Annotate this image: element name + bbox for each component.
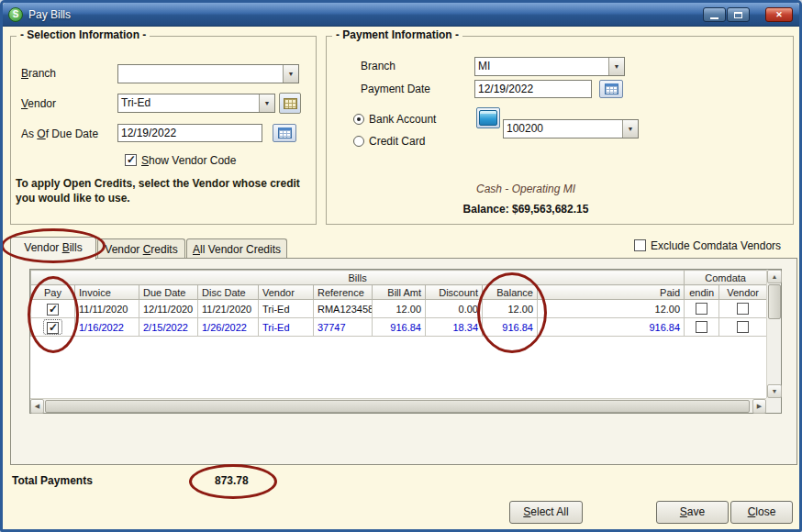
scroll-down-button[interactable]: ▼ [767, 384, 782, 398]
pay-checkbox[interactable] [47, 304, 59, 316]
scroll-right-button[interactable]: ▶ [752, 399, 766, 414]
payment-date-input[interactable] [474, 80, 592, 98]
col-header-invoice[interactable]: Invoice [75, 285, 139, 300]
col-header-due-date[interactable]: Due Date [139, 285, 198, 300]
bank-account-label: Bank Account [369, 113, 436, 126]
calendar-icon [605, 83, 618, 94]
table-row[interactable]: 11/11/2020 12/11/2020 11/21/2020 Tri-Ed … [31, 300, 767, 318]
bank-account-radio[interactable] [353, 114, 364, 125]
as-of-due-date-input[interactable] [117, 124, 262, 142]
paid-cell: 12.00 [655, 304, 681, 315]
col-header-comdata-vendor[interactable]: Vendor [719, 285, 767, 300]
payment-date-calendar-button[interactable] [599, 80, 623, 98]
column-header-row: Pay Invoice Due Date Disc Date Vendor Re… [31, 285, 767, 300]
minimize-icon [710, 17, 718, 19]
as-of-calendar-button[interactable] [273, 124, 296, 142]
tab-all-vendor-credits[interactable]: All Vendor Credits [186, 238, 287, 258]
show-vendor-code-label: Show Vendor Code [141, 154, 236, 167]
show-vendor-code-checkbox[interactable] [125, 154, 137, 166]
account-list-icon [479, 110, 497, 126]
window-title: Pay Bills [28, 8, 71, 21]
chevron-down-icon[interactable]: ▼ [608, 58, 624, 75]
col-header-vendor[interactable]: Vendor [259, 285, 314, 300]
title-bar[interactable]: S Pay Bills ✕ [3, 3, 799, 27]
horizontal-scrollbar[interactable]: ◀ ▶ [30, 398, 766, 413]
bills-table: Bills Comdata Pay Invoice Due Date Disc … [30, 270, 767, 337]
comdata-vendor-checkbox[interactable] [737, 321, 749, 333]
col-header-comdata-endin[interactable]: endin [685, 285, 719, 300]
account-lookup-button[interactable] [476, 107, 500, 128]
close-button-footer[interactable]: Close [730, 501, 793, 524]
col-header-reference[interactable]: Reference [314, 285, 373, 300]
branch-value [118, 65, 283, 83]
col-header-pay[interactable]: Pay [31, 285, 75, 300]
discount-cell: 0.00 [459, 304, 478, 315]
close-button[interactable]: ✕ [765, 7, 793, 22]
vertical-scrollbar[interactable]: ▲ ▼ [766, 270, 781, 398]
col-header-disc-date[interactable]: Disc Date [198, 285, 259, 300]
bills-grid: Bills Comdata Pay Invoice Due Date Disc … [29, 269, 782, 414]
group-header-row: Bills Comdata [31, 271, 767, 285]
payment-branch-label: Branch [361, 60, 395, 72]
reference-cell: RMA123458 [317, 304, 373, 315]
tab-vendor-bills[interactable]: Vendor Bills [10, 237, 96, 260]
payment-branch-value: MI [475, 58, 608, 75]
table-row[interactable]: 1/16/2022 2/15/2022 1/26/2022 Tri-Ed 377… [31, 318, 767, 337]
horizontal-scroll-thumb[interactable] [45, 400, 750, 413]
chevron-down-icon[interactable]: ▼ [622, 120, 638, 138]
chevron-down-icon[interactable]: ▼ [283, 65, 298, 83]
maximize-icon [734, 12, 742, 18]
payment-branch-combobox[interactable]: MI ▼ [474, 57, 625, 76]
vendor-cell: Tri-Ed [262, 322, 290, 333]
vendor-combobox[interactable]: Tri-Ed ▼ [117, 94, 275, 113]
account-name-text: Cash - Operating MI [370, 183, 682, 195]
comdata-vendor-checkbox[interactable] [737, 303, 749, 315]
as-of-due-date-label: As Of Due Date [21, 127, 98, 140]
invoice-cell: 1/16/2022 [79, 322, 124, 333]
total-payments-value: 873.78 [215, 474, 249, 487]
chevron-down-icon[interactable]: ▼ [259, 94, 274, 112]
minimize-button[interactable] [703, 7, 726, 22]
group-header-comdata: Comdata [685, 271, 767, 285]
credit-card-radio[interactable] [353, 136, 364, 147]
bank-account-combobox[interactable]: 100200 ▼ [503, 119, 639, 139]
credit-card-label: Credit Card [369, 135, 425, 148]
calendar-icon [278, 127, 292, 139]
app-icon: S [8, 7, 23, 22]
open-credits-hint: To apply Open Credits, select the Vendor… [16, 177, 311, 205]
dialog-content: - Selection Information - Branch ▼ Vendo… [3, 27, 799, 529]
scroll-up-button[interactable]: ▲ [767, 270, 782, 283]
pay-checkbox[interactable] [47, 322, 59, 334]
payment-date-label: Payment Date [361, 83, 430, 95]
balance-text: Balance: $69,563,682.15 [370, 203, 682, 216]
balance-cell: 12.00 [507, 304, 533, 315]
col-header-paid[interactable]: Paid [538, 285, 685, 300]
tab-vendor-credits[interactable]: Vendor Credits [97, 238, 185, 258]
bill-amt-cell: 916.84 [390, 322, 421, 333]
total-payments-label: Total Payments [12, 474, 93, 487]
comdata-endin-checkbox[interactable] [696, 321, 707, 333]
comdata-endin-checkbox[interactable] [696, 303, 707, 315]
exclude-comdata-label: Exclude Comdata Vendors [651, 239, 781, 252]
disc-date-cell: 1/26/2022 [202, 322, 247, 333]
disc-date-cell: 11/21/2020 [202, 304, 251, 315]
reference-cell: 37747 [317, 322, 346, 333]
vertical-scroll-thumb[interactable] [768, 284, 781, 319]
vendor-label: Vendor [21, 97, 56, 110]
scrollbar-corner [766, 398, 781, 413]
col-header-discount[interactable]: Discount [426, 285, 483, 300]
select-all-button[interactable]: Select All [509, 501, 583, 524]
balance-cell: 916.84 [502, 322, 533, 333]
group-header-bills: Bills [31, 271, 685, 285]
col-header-balance[interactable]: Balance [483, 285, 538, 300]
col-header-bill-amt[interactable]: Bill Amt [373, 285, 426, 300]
bill-amt-cell: 12.00 [395, 304, 421, 315]
branch-combobox[interactable]: ▼ [117, 64, 299, 83]
save-button[interactable]: Save [656, 501, 729, 524]
maximize-button[interactable] [727, 7, 750, 22]
selection-information-legend: - Selection Information - [17, 28, 150, 41]
vendor-lookup-button[interactable] [279, 93, 301, 114]
exclude-comdata-checkbox[interactable] [634, 239, 646, 251]
due-date-cell: 2/15/2022 [143, 322, 188, 333]
scroll-left-button[interactable]: ◀ [30, 399, 44, 414]
